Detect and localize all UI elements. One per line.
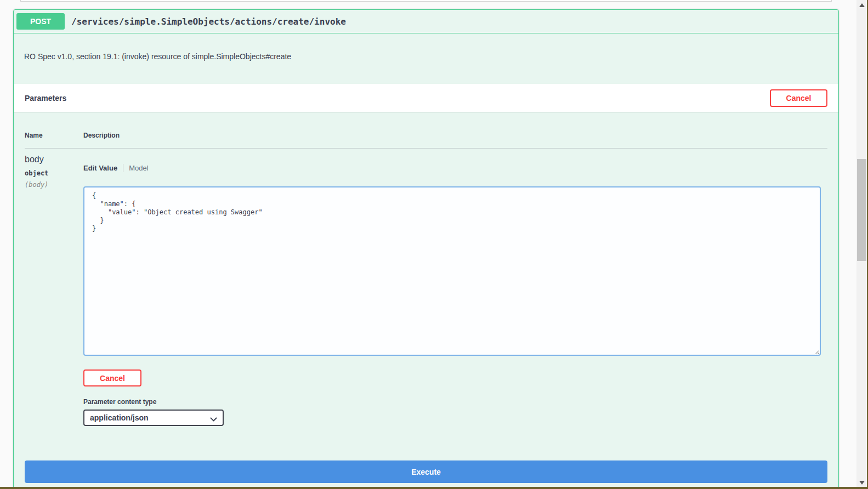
execute-button[interactable]: Execute <box>25 460 827 483</box>
body-editor-textarea[interactable]: { "name": { "value": "Object created usi… <box>83 186 821 356</box>
table-header-row: Name Description <box>25 132 827 149</box>
param-description-cell: Edit Value Model { "name": { "value": "O… <box>83 155 827 426</box>
endpoint-summary[interactable]: POST /services/simple.SimpleObjects/acti… <box>14 10 838 33</box>
endpoint-path: /services/simple.SimpleObjects/actions/c… <box>71 16 346 27</box>
cancel-edit-button[interactable]: Cancel <box>83 369 141 386</box>
method-badge: POST <box>16 13 65 30</box>
param-name: body <box>25 155 83 164</box>
param-type: object <box>25 169 83 177</box>
scrollbar-track[interactable] <box>856 0 867 489</box>
scroll-up-icon[interactable] <box>859 3 865 7</box>
table-row: body object (body) Edit Value Model { "n… <box>25 149 827 426</box>
cancel-operation-button[interactable]: Cancel <box>770 89 827 107</box>
tab-model[interactable]: Model <box>129 164 148 172</box>
parameters-section-header: Parameters Cancel <box>14 84 838 112</box>
window-border-bottom <box>0 487 868 489</box>
content-type-select[interactable]: application/json <box>83 410 224 426</box>
content-type-label: Parameter content type <box>83 398 827 406</box>
param-location: (body) <box>25 181 83 189</box>
parameters-table: Name Description body object (body) Edit… <box>14 112 838 437</box>
param-name-cell: body object (body) <box>25 155 83 426</box>
name-column-header: Name <box>25 132 83 139</box>
content-type-select-wrap: application/json <box>83 410 224 426</box>
parameters-title: Parameters <box>25 94 66 103</box>
endpoint-description: RO Spec v1.0, section 19.1: (invoke) res… <box>14 33 838 84</box>
execute-wrapper: Execute <box>14 437 838 483</box>
scroll-down-icon[interactable] <box>859 481 865 485</box>
previous-block-edge <box>20 0 832 2</box>
editor-tabs: Edit Value Model <box>83 164 827 172</box>
tab-edit-value[interactable]: Edit Value <box>83 164 117 172</box>
tab-separator <box>123 164 123 172</box>
opblock-post: POST /services/simple.SimpleObjects/acti… <box>13 9 839 489</box>
description-column-header: Description <box>83 132 827 139</box>
scrollbar-thumb[interactable] <box>857 159 866 261</box>
